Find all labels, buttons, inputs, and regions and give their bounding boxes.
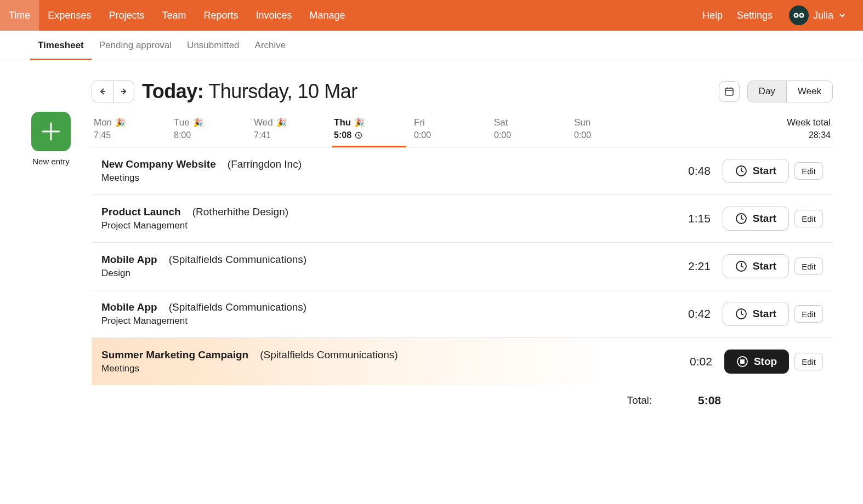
nav-expenses[interactable]: Expenses [39, 0, 100, 31]
top-navbar: Time Expenses Projects Team Reports Invo… [0, 0, 863, 31]
subtab-archive[interactable]: Archive [247, 31, 294, 60]
entry-project: Summer Marketing Campaign [101, 349, 248, 360]
clock-icon [735, 165, 747, 177]
day-cell-sun[interactable]: Sun 0:00 [572, 115, 652, 147]
stop-button-label: Stop [754, 356, 777, 368]
start-button[interactable]: Start [723, 302, 789, 326]
view-day-button[interactable]: Day [748, 81, 786, 102]
date-title: Today: Thursday, 10 Mar [142, 80, 357, 103]
subtab-pending-approval[interactable]: Pending approval [92, 31, 179, 60]
nav-team[interactable]: Team [153, 0, 195, 31]
svg-rect-18 [741, 360, 744, 363]
user-menu[interactable]: Julia [785, 5, 847, 25]
new-entry-button[interactable] [31, 112, 71, 151]
week-total-label: Week total [787, 117, 831, 128]
nav-manage[interactable]: Manage [301, 0, 354, 31]
start-button[interactable]: Start [723, 254, 789, 278]
entry-info: Mobile App (Spitalfields Communications)… [101, 301, 657, 327]
edit-button[interactable]: Edit [794, 162, 823, 180]
main-area: New entry Today: Thursday, 10 Mar Day [0, 60, 863, 429]
day-hours: 0:00 [574, 130, 650, 140]
entry-time: 1:15 [657, 212, 723, 225]
day-cell-mon[interactable]: Mon🎉 7:45 [92, 115, 172, 147]
start-button-label: Start [753, 308, 776, 320]
plus-icon [39, 120, 63, 143]
day-label: Wed [254, 117, 273, 128]
day-cell-wed[interactable]: Wed🎉 7:41 [252, 115, 332, 147]
entry-task: Meetings [101, 173, 657, 184]
nav-invoices[interactable]: Invoices [247, 0, 300, 31]
confetti-icon: 🎉 [193, 118, 203, 128]
entries-list: New Company Website (Farringdon Inc) Mee… [92, 147, 833, 385]
entry-info: Product Launch (Rotherhithe Design) Proj… [101, 206, 657, 231]
nav-help[interactable]: Help [700, 10, 725, 21]
entry-project: Product Launch [101, 206, 181, 217]
entry-client: (Spitalfields Communications) [169, 254, 306, 265]
entry-row: Product Launch (Rotherhithe Design) Proj… [92, 195, 833, 243]
day-label: Fri [414, 117, 425, 128]
svg-rect-8 [725, 88, 733, 95]
timesheet-header: Today: Thursday, 10 Mar Day Week [92, 80, 833, 103]
top-navbar-left: Time Expenses Projects Team Reports Invo… [0, 0, 354, 31]
nav-reports[interactable]: Reports [195, 0, 247, 31]
entry-row: Summer Marketing Campaign (Spitalfields … [92, 338, 833, 385]
day-hours: 5:08 [334, 130, 351, 140]
view-toggle: Day Week [747, 81, 833, 102]
entry-row: New Company Website (Farringdon Inc) Mee… [92, 147, 833, 195]
entry-info: Summer Marketing Campaign (Spitalfields … [101, 349, 658, 374]
edit-button[interactable]: Edit [794, 353, 823, 370]
entry-time: 0:48 [657, 164, 723, 177]
arrow-left-icon [98, 87, 107, 96]
today-prefix: Today: [142, 80, 203, 102]
entry-task: Meetings [101, 363, 658, 374]
user-name: Julia [813, 10, 833, 21]
nav-projects[interactable]: Projects [100, 0, 153, 31]
stop-button[interactable]: Stop [724, 350, 789, 374]
svg-point-1 [795, 14, 797, 16]
entry-client: (Rotherhithe Design) [192, 206, 288, 217]
prev-day-button[interactable] [92, 81, 113, 102]
entry-time: 0:02 [658, 355, 724, 368]
confetti-icon: 🎉 [354, 118, 365, 128]
nav-settings[interactable]: Settings [735, 10, 775, 21]
subtabs: Timesheet Pending approval Unsubmitted A… [0, 31, 863, 60]
subtab-timesheet[interactable]: Timesheet [30, 31, 92, 60]
arrow-right-icon [120, 87, 128, 96]
start-button-label: Start [753, 165, 776, 177]
start-button[interactable]: Start [723, 207, 789, 231]
day-cell-tue[interactable]: Tue🎉 8:00 [172, 115, 252, 147]
week-total-cell: Week total 28:34 [785, 115, 833, 147]
confetti-icon: 🎉 [115, 118, 126, 128]
view-week-button[interactable]: Week [786, 81, 832, 102]
entry-project: New Company Website [101, 158, 216, 170]
content-column: Today: Thursday, 10 Mar Day Week Mon🎉 7:… [92, 80, 833, 407]
day-hours: 0:00 [414, 130, 490, 140]
next-day-button[interactable] [113, 81, 134, 102]
svg-point-3 [800, 14, 803, 16]
avatar [789, 5, 809, 25]
week-total-hours: 28:34 [787, 130, 831, 140]
chevron-down-icon [838, 11, 847, 20]
day-hours: 0:00 [494, 130, 570, 140]
edit-button[interactable]: Edit [794, 210, 823, 227]
edit-button[interactable]: Edit [794, 257, 823, 275]
clock-icon [735, 308, 747, 320]
entry-task: Design [101, 268, 657, 279]
start-button[interactable]: Start [723, 159, 789, 183]
edit-button[interactable]: Edit [794, 305, 823, 323]
entry-info: Mobile App (Spitalfields Communications)… [101, 254, 657, 279]
day-cell-sat[interactable]: Sat 0:00 [492, 115, 572, 147]
day-label: Mon [94, 117, 112, 128]
start-button-label: Start [753, 260, 776, 272]
entry-task: Project Management [101, 316, 657, 327]
date-text: Thursday, 10 Mar [203, 80, 357, 102]
nav-time[interactable]: Time [0, 0, 39, 31]
day-cell-fri[interactable]: Fri 0:00 [412, 115, 492, 147]
calendar-button[interactable] [719, 81, 740, 102]
subtab-unsubmitted[interactable]: Unsubmitted [179, 31, 247, 60]
clock-icon [355, 131, 362, 139]
top-navbar-right: Help Settings Julia [700, 0, 863, 31]
day-cell-thu[interactable]: Thu🎉 5:08 [332, 115, 412, 147]
entry-project: Mobile App [101, 254, 157, 265]
day-hours: 8:00 [174, 130, 249, 140]
